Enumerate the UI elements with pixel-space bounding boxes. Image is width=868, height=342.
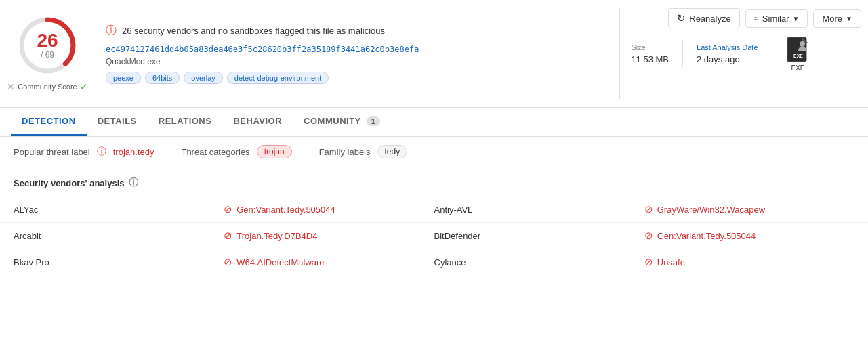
- file-type-label: EXE: [791, 64, 805, 72]
- vendor-detection-bkav: ⊘ W64.AIDetectMalware: [224, 256, 434, 268]
- tag-64bits[interactable]: 64bits: [145, 72, 180, 84]
- similar-button[interactable]: ≈ Similar ▼: [745, 9, 808, 28]
- threat-category-badge[interactable]: trojan: [257, 145, 292, 158]
- more-label: More: [822, 14, 842, 24]
- exe-icon: EXE EXE: [786, 36, 810, 72]
- vendor-name-antiy: Antiy-AVL: [434, 205, 644, 215]
- top-main: 26 / 69 ✕ Community Score ✓ ⓘ 26 securit…: [0, 8, 619, 99]
- reanalyze-button[interactable]: ↻ Reanalyze: [668, 8, 739, 28]
- alert-icon: ⓘ: [106, 24, 117, 38]
- tag-detect-debug[interactable]: detect-debug-environment: [227, 72, 329, 84]
- analysis-date-value: 2 days ago: [697, 54, 758, 64]
- detection-value-arcabit[interactable]: Trojan.Tedy.D7B4D4: [236, 231, 317, 241]
- score-total: / 69: [37, 50, 58, 60]
- vendors-header-text: Security vendors' analysis: [14, 178, 125, 188]
- size-label: Size: [631, 43, 669, 51]
- community-badge: 1: [367, 116, 381, 126]
- score-text: 26 / 69: [37, 31, 58, 60]
- more-button[interactable]: More ▼: [813, 9, 861, 28]
- tag-overlay[interactable]: overlay: [184, 72, 222, 84]
- detection-icon-bkav: ⊘: [224, 256, 232, 268]
- file-info: ⓘ 26 security vendors and no sandboxes f…: [95, 8, 430, 99]
- tab-details[interactable]: DETAILS: [87, 108, 148, 136]
- vendor-detection-alyac: ⊘ Gen:Variant.Tedy.505044: [224, 203, 434, 215]
- svg-text:EXE: EXE: [793, 54, 803, 58]
- community-x-icon[interactable]: ✕: [7, 81, 15, 92]
- reanalyze-icon: ↻: [677, 12, 686, 24]
- vendors-header: Security vendors' analysis ⓘ: [0, 167, 868, 196]
- detection-icon-bitdefender: ⊘: [644, 230, 653, 242]
- vendor-row: Arcabit ⊘ Trojan.Tedy.D7B4D4 BitDefender…: [0, 222, 868, 249]
- tab-community-label: COMMUNITY: [304, 116, 360, 126]
- vendor-name-bkav: Bkav Pro: [14, 257, 224, 268]
- exe-file-svg: EXE: [786, 36, 810, 63]
- vendor-row: Bkav Pro ⊘ W64.AIDetectMalware Cylance ⊘…: [0, 249, 868, 275]
- vendor-row: ALYac ⊘ Gen:Variant.Tedy.505044 Antiy-AV…: [0, 196, 868, 222]
- score-detected: 26: [37, 31, 58, 50]
- tags-row: peexe 64bits overlay detect-debug-enviro…: [106, 72, 419, 84]
- score-circle: 26 / 69: [17, 15, 78, 76]
- detection-icon-alyac: ⊘: [224, 203, 232, 215]
- analysis-date-item: Last Analysis Date 2 days ago: [697, 43, 758, 64]
- similar-dropdown-icon: ▼: [793, 15, 800, 22]
- detection-value-antiy[interactable]: GrayWare/Win32.Wacapew: [657, 205, 765, 215]
- content-area: Popular threat label ⓘ trojan.tedy Threa…: [0, 137, 868, 275]
- detection-value-bitdefender[interactable]: Gen:Variant.Tedy.505044: [657, 231, 756, 241]
- nav-tabs: DETECTION DETAILS RELATIONS BEHAVIOR COM…: [0, 108, 868, 137]
- vendor-detection-cylance: ⊘ Unsafe: [644, 256, 854, 268]
- detection-value-cylance[interactable]: Unsafe: [657, 257, 685, 268]
- vendor-name-arcabit: Arcabit: [14, 231, 224, 241]
- tab-detection-label: DETECTION: [22, 116, 76, 126]
- threat-bar: Popular threat label ⓘ trojan.tedy Threa…: [0, 137, 868, 167]
- detection-icon-antiy: ⊘: [644, 203, 653, 215]
- file-hash[interactable]: ec4974127461dd4b05a83dea46e3f5c28620b3ff…: [106, 45, 419, 54]
- detection-icon-arcabit: ⊘: [224, 230, 232, 242]
- detection-value-alyac[interactable]: Gen:Variant.Tedy.505044: [236, 205, 335, 215]
- popular-threat-section: Popular threat label ⓘ trojan.tedy: [14, 146, 154, 158]
- vendor-name-alyac: ALYac: [14, 205, 224, 215]
- tab-detection[interactable]: DETECTION: [11, 108, 87, 136]
- size-item: Size 11.53 MB: [631, 43, 669, 64]
- tab-behavior[interactable]: BEHAVIOR: [222, 108, 293, 136]
- tab-relations[interactable]: RELATIONS: [148, 108, 223, 136]
- tag-peexe[interactable]: peexe: [106, 72, 141, 84]
- vendor-detection-arcabit: ⊘ Trojan.Tedy.D7B4D4: [224, 230, 434, 242]
- reanalyze-label: Reanalyze: [689, 14, 730, 24]
- vendor-list: ALYac ⊘ Gen:Variant.Tedy.505044 Antiy-AV…: [0, 196, 868, 275]
- tab-relations-label: RELATIONS: [159, 116, 212, 126]
- actions-bar: ↻ Reanalyze ≈ Similar ▼ More ▼: [668, 8, 861, 28]
- vendors-info-icon[interactable]: ⓘ: [129, 177, 138, 189]
- threat-categories-label: Threat categories: [181, 147, 249, 157]
- family-label-badge[interactable]: tedy: [377, 145, 408, 158]
- detection-icon-cylance: ⊘: [644, 256, 653, 268]
- tab-details-label: DETAILS: [98, 116, 137, 126]
- similar-label: Similar: [762, 14, 789, 24]
- threat-categories-section: Threat categories trojan: [181, 145, 291, 158]
- threat-name[interactable]: trojan.tedy: [113, 147, 154, 157]
- alert-row: ⓘ 26 security vendors and no sandboxes f…: [106, 24, 419, 38]
- vendor-name-bitdefender: BitDefender: [434, 231, 644, 241]
- family-labels-label: Family labels: [319, 147, 371, 157]
- score-container: 26 / 69 ✕ Community Score ✓: [0, 8, 95, 99]
- analysis-date-label: Last Analysis Date: [697, 43, 758, 51]
- vendor-detection-antiy: ⊘ GrayWare/Win32.Wacapew: [644, 203, 854, 215]
- filename: QuackMod.exe: [106, 57, 419, 66]
- popular-threat-label: Popular threat label: [14, 147, 90, 157]
- meta-divider-1: [682, 40, 683, 67]
- community-check-icon: ✓: [80, 81, 88, 92]
- community-score-row: ✕ Community Score ✓: [7, 81, 87, 92]
- page-container: 26 / 69 ✕ Community Score ✓ ⓘ 26 securit…: [0, 0, 868, 342]
- vendor-detection-bitdefender: ⊘ Gen:Variant.Tedy.505044: [644, 230, 854, 242]
- family-labels-section: Family labels tedy: [319, 145, 408, 158]
- threat-warn-icon: ⓘ: [97, 146, 106, 158]
- tab-behavior-label: BEHAVIOR: [233, 116, 282, 126]
- detection-value-bkav[interactable]: W64.AIDetectMalware: [236, 257, 324, 268]
- size-value: 11.53 MB: [631, 54, 669, 64]
- alert-text: 26 security vendors and no sandboxes fla…: [122, 26, 385, 36]
- svg-point-5: [800, 41, 805, 47]
- vendor-name-cylance: Cylance: [434, 257, 644, 268]
- more-dropdown-icon: ▼: [846, 15, 852, 22]
- similar-icon: ≈: [754, 14, 759, 24]
- tab-community[interactable]: COMMUNITY 1: [293, 108, 391, 136]
- community-score-label: Community Score: [18, 83, 77, 91]
